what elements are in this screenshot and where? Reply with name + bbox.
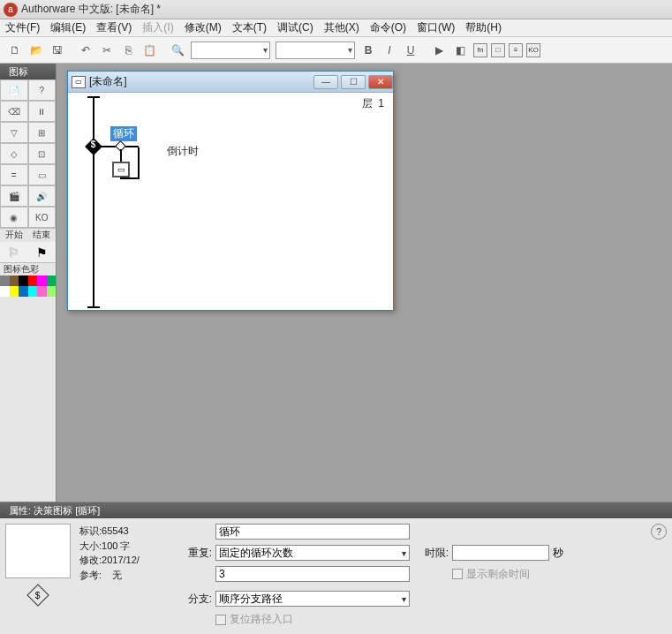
- show-remaining-checkbox[interactable]: 显示剩余时间: [452, 567, 572, 582]
- main-flowline[interactable]: [93, 96, 94, 308]
- run-icon[interactable]: ▶: [429, 41, 449, 60]
- icon-palette-title: 图标: [0, 64, 56, 79]
- branch-select[interactable]: 顺序分支路径: [215, 591, 410, 607]
- end-flag-icon[interactable]: ⚑: [36, 245, 48, 260]
- start-flag-icon[interactable]: ⚐: [8, 245, 19, 260]
- calc-icon[interactable]: =: [0, 164, 28, 185]
- cut-icon[interactable]: ✂: [97, 41, 117, 60]
- menu-command[interactable]: 命令(O): [370, 20, 406, 35]
- color-swatch[interactable]: [37, 286, 47, 297]
- flowline-titlebar[interactable]: ▭ [未命名] — ☐ ✕: [68, 72, 393, 93]
- menu-modify[interactable]: 修改(M): [185, 20, 222, 35]
- color-swatch[interactable]: [10, 286, 19, 297]
- map-icon: ▭: [72, 76, 86, 88]
- size-combo[interactable]: [276, 42, 355, 59]
- menu-insert[interactable]: 插入(I): [142, 20, 173, 35]
- undo-icon[interactable]: ↶: [76, 41, 95, 60]
- save-icon[interactable]: 🖫: [48, 41, 67, 60]
- window-titlebar: a Authorware 中文版: [未命名] *: [0, 0, 672, 19]
- preview-decision-icon[interactable]: $: [26, 584, 49, 606]
- color-swatch[interactable]: [19, 286, 28, 297]
- color-swatch[interactable]: [19, 275, 28, 286]
- checkbox-icon: [452, 569, 463, 579]
- wait-icon-tool[interactable]: ⏸: [28, 101, 57, 122]
- decision-icon[interactable]: ◇: [0, 143, 28, 164]
- branch-label: 分支:: [173, 592, 212, 607]
- repeat-select[interactable]: 固定的循环次数: [215, 545, 410, 561]
- menu-debug[interactable]: 调试(C): [277, 20, 313, 35]
- map-icon-tool[interactable]: ▭: [28, 164, 57, 185]
- color-swatch[interactable]: [28, 275, 38, 286]
- menu-help[interactable]: 帮助(H): [465, 20, 502, 35]
- color-swatch[interactable]: [0, 275, 10, 286]
- func-icon[interactable]: fn: [473, 43, 487, 57]
- properties-title: 属性: 决策图标 [循环]: [0, 502, 672, 518]
- end-flag-label: 结束: [33, 229, 50, 242]
- color-swatch[interactable]: [47, 275, 57, 286]
- repeat-label: 重复:: [173, 546, 212, 561]
- menu-text[interactable]: 文本(T): [232, 20, 267, 35]
- navigate-icon[interactable]: ▽: [0, 122, 28, 143]
- color-swatch[interactable]: [0, 286, 10, 297]
- timelimit-input[interactable]: [452, 545, 549, 561]
- flowline-window-title: [未命名]: [89, 74, 311, 89]
- preview-box: [5, 524, 71, 578]
- copy-icon[interactable]: ⎘: [118, 41, 138, 60]
- flowline-body[interactable]: 层 1 循环 ▭ 倒计时: [68, 93, 393, 310]
- main-toolbar: 🗋 📂 🖫 ↶ ✂ ⎘ 📋 🔍 B I U ▶ ◧ fn □ ≡ KO: [0, 37, 672, 64]
- bold-button[interactable]: B: [359, 41, 378, 60]
- timelimit-label: 时限:: [413, 546, 449, 561]
- close-button[interactable]: ✕: [368, 75, 393, 89]
- color-swatch[interactable]: [37, 275, 47, 286]
- menubar: 文件(F) 编辑(E) 查看(V) 插入(I) 修改(M) 文本(T) 调试(C…: [0, 19, 672, 37]
- interaction-icon[interactable]: ⊡: [28, 143, 57, 164]
- color-swatch[interactable]: [47, 286, 57, 297]
- form-column: ? 重复: 固定的循环次数 时限: 秒: [173, 524, 667, 629]
- var-icon[interactable]: □: [491, 43, 505, 57]
- flowline-window[interactable]: ▭ [未命名] — ☐ ✕ 层 1 循环 ▭ 倒计时: [67, 71, 394, 311]
- italic-button[interactable]: I: [380, 41, 399, 60]
- repeat-count-input[interactable]: [215, 566, 410, 582]
- start-flag-label: 开始: [5, 229, 23, 242]
- menu-window[interactable]: 窗口(W): [417, 20, 455, 35]
- icon-name-input[interactable]: [215, 524, 410, 540]
- maximize-button[interactable]: ☐: [341, 75, 366, 89]
- color-swatch[interactable]: [10, 275, 19, 286]
- metadata-column: 标识:65543 大小:100 字 修改:2017/12/ 参考: 无: [79, 524, 164, 629]
- paste-icon[interactable]: 📋: [140, 41, 159, 60]
- checkbox-icon: [215, 615, 226, 625]
- reset-path-checkbox[interactable]: 复位路径入口: [215, 612, 293, 627]
- branch-return-line: [138, 147, 140, 177]
- design-canvas: ▭ [未命名] — ☐ ✕ 层 1 循环 ▭ 倒计时: [57, 64, 672, 502]
- digital-movie-icon[interactable]: 🎬: [0, 185, 28, 207]
- map-child-label[interactable]: 倒计时: [167, 144, 199, 159]
- lib-icon[interactable]: ≡: [509, 43, 523, 57]
- sound-icon[interactable]: 🔊: [28, 185, 57, 207]
- decision-node-label[interactable]: 循环: [110, 126, 137, 141]
- minimize-button[interactable]: —: [313, 75, 338, 89]
- motion-icon[interactable]: ?: [28, 79, 57, 101]
- menu-file[interactable]: 文件(F): [5, 20, 40, 35]
- color-palette-title: 图标色彩: [0, 263, 56, 275]
- open-icon[interactable]: 📂: [26, 41, 46, 60]
- find-icon[interactable]: 🔍: [168, 41, 187, 60]
- control-panel-icon[interactable]: ◧: [450, 41, 470, 60]
- layer-label: 层 1: [362, 96, 384, 111]
- underline-button[interactable]: U: [401, 41, 420, 60]
- font-combo[interactable]: [191, 42, 270, 59]
- seconds-label: 秒: [553, 546, 563, 561]
- help-icon[interactable]: ?: [651, 524, 667, 540]
- dvd-icon[interactable]: ◉: [0, 207, 28, 228]
- menu-other[interactable]: 其他(X): [324, 20, 359, 35]
- map-child-icon[interactable]: ▭: [112, 162, 130, 177]
- properties-panel: 属性: 决策图标 [循环] $ 标识:65543 大小:100 字 修改:201…: [0, 502, 672, 634]
- erase-icon[interactable]: ⌫: [0, 101, 28, 122]
- knowledge-icon[interactable]: KO: [28, 207, 57, 228]
- ko-icon[interactable]: KO: [526, 43, 540, 57]
- menu-edit[interactable]: 编辑(E): [50, 20, 86, 35]
- color-swatch[interactable]: [28, 286, 38, 297]
- menu-view[interactable]: 查看(V): [96, 20, 132, 35]
- framework-icon[interactable]: ⊞: [28, 122, 57, 143]
- display-icon[interactable]: 📄: [0, 79, 28, 101]
- new-icon[interactable]: 🗋: [5, 41, 25, 60]
